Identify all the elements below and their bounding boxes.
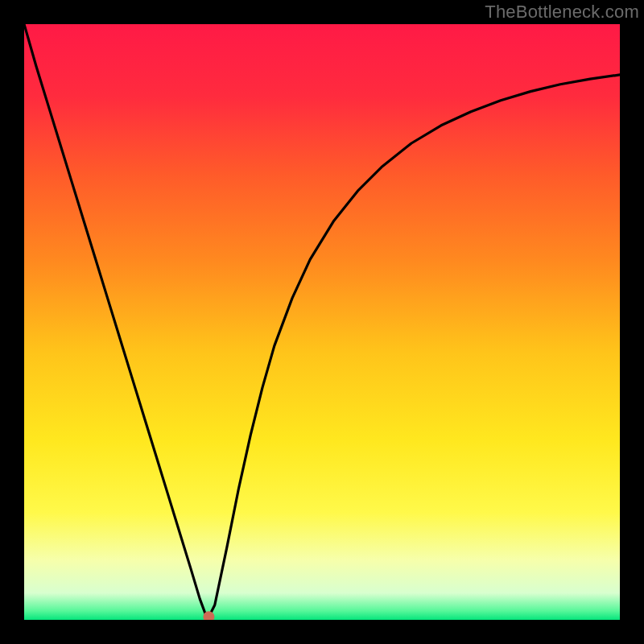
- chart-frame: [24, 24, 620, 620]
- bottleneck-chart: [24, 24, 620, 620]
- gradient-background: [24, 24, 620, 620]
- watermark-text: TheBottleneck.com: [485, 2, 639, 23]
